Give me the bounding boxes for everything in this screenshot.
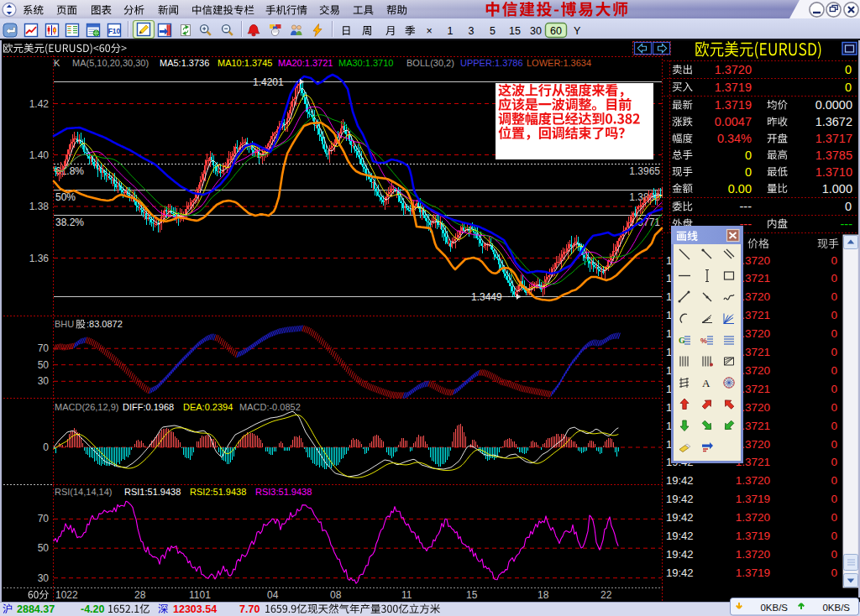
svg-text:---: --- — [841, 217, 853, 231]
svg-text:19:42: 19:42 — [666, 493, 694, 505]
svg-text:0: 0 — [831, 346, 837, 358]
svg-text:1.3719: 1.3719 — [715, 81, 752, 94]
svg-text:G: G — [679, 336, 685, 345]
svg-text:---: --- — [740, 200, 752, 213]
svg-text:0: 0 — [745, 149, 752, 162]
svg-text:12303.54: 12303.54 — [173, 603, 217, 615]
svg-text:0.34%: 0.34% — [717, 132, 752, 145]
svg-text:1.3719: 1.3719 — [736, 566, 770, 579]
svg-text:0: 0 — [831, 474, 837, 487]
svg-text:0: 0 — [831, 420, 837, 432]
svg-text:1.3719: 1.3719 — [736, 493, 770, 505]
svg-text:0: 0 — [831, 438, 837, 451]
svg-text:19:42: 19:42 — [666, 566, 694, 579]
svg-text:0.0000: 0.0000 — [815, 98, 852, 112]
svg-text:0: 0 — [831, 401, 837, 414]
svg-text:0: 0 — [831, 383, 837, 395]
svg-text:×: × — [427, 25, 433, 37]
svg-text:0.00: 0.00 — [728, 182, 752, 196]
svg-text:1.000: 1.000 — [822, 182, 852, 196]
svg-text:0: 0 — [831, 511, 837, 524]
svg-text:7.70: 7.70 — [239, 603, 260, 615]
svg-text:F10: F10 — [108, 27, 121, 35]
svg-text:1.3720: 1.3720 — [736, 474, 770, 487]
svg-text:0KB/S: 0KB/S — [760, 603, 788, 613]
svg-text:1.3720: 1.3720 — [736, 511, 770, 524]
svg-text:2884.37: 2884.37 — [17, 603, 55, 615]
svg-text:19:42: 19:42 — [666, 474, 694, 487]
svg-text:1: 1 — [448, 25, 454, 37]
svg-text:-4.20: -4.20 — [81, 603, 105, 615]
svg-text:0: 0 — [831, 548, 837, 561]
svg-text:0: 0 — [831, 309, 837, 321]
svg-text:0: 0 — [845, 200, 852, 213]
svg-text:1.3719: 1.3719 — [736, 530, 770, 542]
svg-text:0: 0 — [845, 81, 852, 94]
svg-text:Y: Y — [574, 25, 581, 37]
svg-text:19:42: 19:42 — [666, 548, 694, 561]
svg-text:1.3710: 1.3710 — [815, 165, 852, 179]
svg-text:0: 0 — [831, 456, 837, 468]
svg-text:30: 30 — [530, 25, 542, 37]
svg-text:0: 0 — [831, 327, 837, 340]
svg-text:1.3719: 1.3719 — [715, 98, 752, 112]
svg-text:1.3717: 1.3717 — [815, 132, 852, 145]
svg-text:0: 0 — [831, 364, 837, 377]
svg-text:1.3720: 1.3720 — [715, 63, 752, 76]
svg-text:0: 0 — [831, 530, 837, 542]
svg-text:5: 5 — [490, 25, 496, 37]
svg-text:%: % — [700, 337, 707, 345]
svg-text:0: 0 — [831, 493, 837, 505]
svg-text:60: 60 — [550, 25, 562, 37]
svg-text:0: 0 — [831, 566, 837, 579]
svg-text:0: 0 — [845, 63, 852, 76]
svg-text:15: 15 — [509, 25, 521, 37]
svg-text:0: 0 — [831, 290, 837, 303]
svg-text:0: 0 — [745, 165, 752, 179]
svg-text:A: A — [702, 377, 711, 389]
svg-text:0KB/S: 0KB/S — [822, 603, 850, 613]
svg-text:1.3785: 1.3785 — [815, 149, 852, 162]
svg-text:1.3672: 1.3672 — [815, 115, 852, 128]
svg-text:19:42: 19:42 — [666, 530, 694, 542]
svg-text:3: 3 — [469, 25, 475, 37]
svg-text:0.0047: 0.0047 — [715, 115, 752, 128]
svg-text:19:42: 19:42 — [666, 511, 694, 524]
svg-text:0: 0 — [831, 254, 837, 267]
svg-text:0: 0 — [831, 272, 837, 285]
svg-text:1.3720: 1.3720 — [736, 548, 770, 561]
